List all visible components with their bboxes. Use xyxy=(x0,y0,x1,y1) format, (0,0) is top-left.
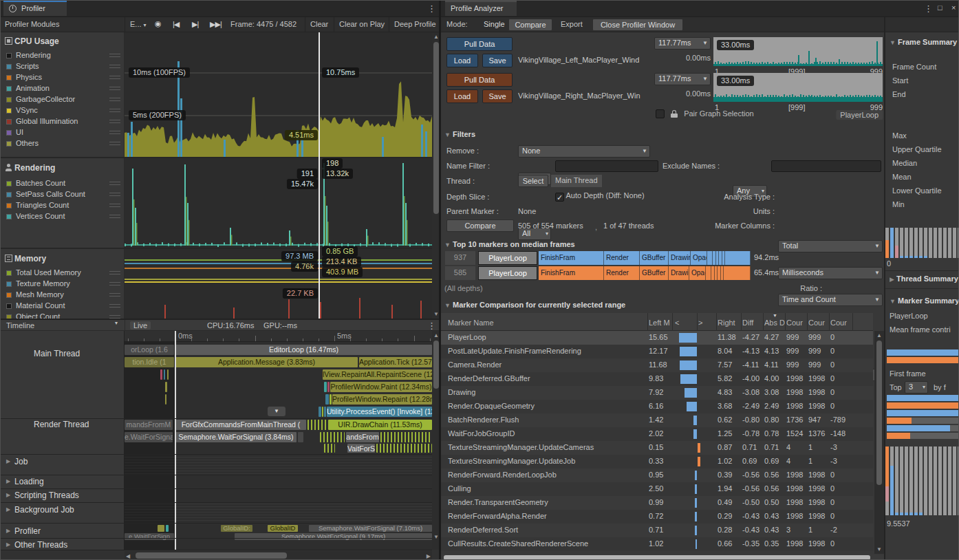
top10-segment[interactable]: FinishFram xyxy=(539,251,604,265)
timeline-marker-bar[interactable]: Semaphore.WaitForSignal (3.84ms) xyxy=(175,432,297,442)
marker-histogram[interactable] xyxy=(885,446,959,515)
drag-handle-icon[interactable] xyxy=(109,131,120,134)
legend-item[interactable]: Others xyxy=(1,138,125,149)
editor-target-dropdown[interactable]: E... ▾ xyxy=(130,20,147,28)
drag-handle-icon[interactable] xyxy=(109,120,120,123)
timeline-marker-bar[interactable]: orLoop (1.6 xyxy=(125,345,174,355)
analyzer-hscrollbar-thumb[interactable] xyxy=(444,555,870,560)
top10-segment[interactable]: Drawin xyxy=(669,266,689,280)
top10-segment[interactable] xyxy=(724,266,751,280)
table-row[interactable]: PlayerLoop15.6511.38-4.274.279999990 xyxy=(441,331,873,345)
remove-dropdown[interactable]: None▼ xyxy=(518,145,650,158)
column-header-6[interactable]: Abs D xyxy=(764,319,785,327)
drag-handle-icon[interactable] xyxy=(109,282,120,286)
top-n-dropdown[interactable]: 3▾ xyxy=(905,381,928,394)
frame-first-button[interactable]: |◀ xyxy=(173,20,179,29)
drag-handle-icon[interactable] xyxy=(109,54,120,57)
legend-item[interactable]: Global Illumination xyxy=(1,116,125,127)
load-button[interactable]: Load xyxy=(446,54,478,67)
thread-select-button[interactable]: Select xyxy=(518,175,548,187)
legend-item[interactable]: Scripts xyxy=(1,61,125,72)
record-icon[interactable]: ◉ xyxy=(155,19,162,28)
mode-single-button[interactable]: Single xyxy=(484,20,505,28)
thread-row-other-threads[interactable]: ▶Other Threads xyxy=(1,539,125,550)
timeline-marker-bar[interactable]: Application.Message (3.83ms) xyxy=(175,357,358,367)
column-header-3[interactable]: > xyxy=(698,319,715,327)
expand-depth-button[interactable]: ▼ xyxy=(268,407,285,416)
top10-segment[interactable]: Render xyxy=(604,251,640,265)
top10-segment[interactable] xyxy=(725,251,751,265)
foldout-arrow-icon[interactable]: ▶ xyxy=(6,541,10,548)
drag-handle-icon[interactable] xyxy=(109,76,120,79)
column-header-1[interactable]: Left M xyxy=(649,319,672,327)
top10-root-marker[interactable]: PlayerLoop xyxy=(478,266,537,280)
pair-graph-selection[interactable]: Pair Graph Selection xyxy=(656,109,754,118)
timeline-marker-bar[interactable]: ProfilerWindow.Repaint (12.28ms) xyxy=(332,394,432,405)
thread-row-profiler[interactable]: ▶Profiler xyxy=(1,526,125,537)
tab-profiler[interactable]: Profiler xyxy=(3,1,67,16)
foldout-arrow-icon[interactable]: ▶ xyxy=(6,492,10,498)
drag-handle-icon[interactable] xyxy=(109,87,120,90)
timeline-marker-bar[interactable]: ProfilerWindow.Paint (12.34ms) xyxy=(330,382,432,392)
column-header-9[interactable]: Cour xyxy=(830,319,851,327)
timeline-marker-bar[interactable]: GlobalID xyxy=(268,525,298,532)
table-row[interactable]: PostLateUpdate.FinishFrameRendering12.17… xyxy=(441,345,873,358)
table-row[interactable]: RenderForward.RenderLoopJob0.950.39-0.56… xyxy=(441,469,873,482)
top10-segment[interactable]: GBuffer xyxy=(640,266,669,280)
foldout-arrow-icon[interactable]: ▶ xyxy=(6,478,10,484)
top10-marker-bar[interactable]: FinishFramRenderGBufferDrawinOpac xyxy=(539,251,751,265)
drag-handle-icon[interactable] xyxy=(109,215,120,218)
table-row[interactable]: TextureStreamingManager.UpdateCameras0.1… xyxy=(441,441,873,455)
top10-segment[interactable]: Drawin xyxy=(669,251,691,265)
thread-row-job[interactable]: ▶Job xyxy=(1,456,125,467)
scroll-right-icon[interactable]: ▶ xyxy=(427,553,431,559)
memory-chart[interactable] xyxy=(125,249,432,319)
drag-handle-icon[interactable] xyxy=(109,193,120,196)
frame-selection-line[interactable] xyxy=(319,32,320,319)
thread-row-main-thread[interactable]: Main Thread xyxy=(1,348,125,359)
range-dropdown[interactable]: 117.77ms▼ xyxy=(654,37,711,50)
thread-summary-header[interactable]: ▶ Thread Summary xyxy=(890,274,959,283)
profiler-modules-dropdown[interactable]: Profiler Modules▾ xyxy=(5,20,115,28)
maximize-icon[interactable]: □ xyxy=(938,3,942,12)
legend-item[interactable]: Batches Count xyxy=(1,178,125,189)
top10-header[interactable]: ▼ Top 10 markers on median frames xyxy=(444,240,575,248)
table-vscrollbar-thumb[interactable] xyxy=(876,341,882,485)
top10-segment[interactable]: Opac xyxy=(689,266,706,280)
timeline-vscrollbar-thumb[interactable] xyxy=(433,341,439,389)
table-row[interactable]: CullResults.CreateSharedRendererScene1.0… xyxy=(441,537,873,551)
timeline-marker-bar[interactable]: Utility.ProcessEvent() [Invoke] (12.20 xyxy=(327,407,432,417)
scroll-left-icon[interactable]: ◀ xyxy=(126,553,130,559)
legend-item[interactable]: Total Used Memory xyxy=(1,268,125,279)
timeline-marker-bar[interactable]: GlobalID: xyxy=(221,525,252,532)
save-button[interactable]: Save xyxy=(482,54,513,67)
legend-item[interactable]: VSync xyxy=(1,105,125,116)
drag-handle-icon[interactable] xyxy=(109,98,120,101)
top10-root-marker[interactable]: PlayerLoop xyxy=(478,251,537,265)
timeline-ruler[interactable]: 0ms5ms xyxy=(125,331,432,342)
profiler-menu-icon[interactable]: ⋮ xyxy=(427,3,436,14)
column-header-7[interactable]: Cour xyxy=(786,319,807,327)
foldout-arrow-icon[interactable]: ▶ xyxy=(6,458,10,464)
load-button[interactable]: Load xyxy=(446,89,478,103)
auto-depth-checkbox[interactable]: ✓ Auto Depth (Diff: None) xyxy=(555,191,645,202)
thread-row-loading[interactable]: ▶Loading xyxy=(1,476,125,487)
timeline-hscrollbar[interactable]: ◀▶ xyxy=(125,551,432,560)
drag-handle-icon[interactable] xyxy=(109,271,120,274)
timeline-marker-bar[interactable]: UIR.DrawChain (11.53ms) xyxy=(328,420,432,430)
clear-on-play-button[interactable]: Clear on Play xyxy=(339,20,385,28)
module-header-memory[interactable]: Memory xyxy=(5,254,123,263)
pair-graph-checkbox[interactable] xyxy=(656,109,665,118)
close-icon[interactable]: × xyxy=(951,3,956,12)
timeline-marker-bar[interactable]: Semaphore.WaitForSignal (7.10ms) xyxy=(309,525,432,532)
range-dropdown[interactable]: 117.77ms▼ xyxy=(654,73,711,85)
table-row[interactable]: WaitForJobGroupID2.021.25-0.780.78152413… xyxy=(441,427,873,441)
foldout-arrow-icon[interactable]: ▶ xyxy=(6,528,10,534)
table-row[interactable]: RenderDeferred.Sort0.710.28-0.430.4331-2 xyxy=(441,524,873,537)
top10-segment[interactable]: Opac xyxy=(691,251,707,265)
timeline-marker-bar[interactable]: Semaphore.WaitForSignal (9.17ms) xyxy=(235,533,432,540)
pull-data-button[interactable]: Pull Data xyxy=(446,37,513,51)
column-header-8[interactable]: Cour xyxy=(808,319,829,327)
timeline-marker-bar[interactable]: Application.Tick (12.57ms) xyxy=(359,357,432,367)
legend-item[interactable]: Animation xyxy=(1,83,125,94)
